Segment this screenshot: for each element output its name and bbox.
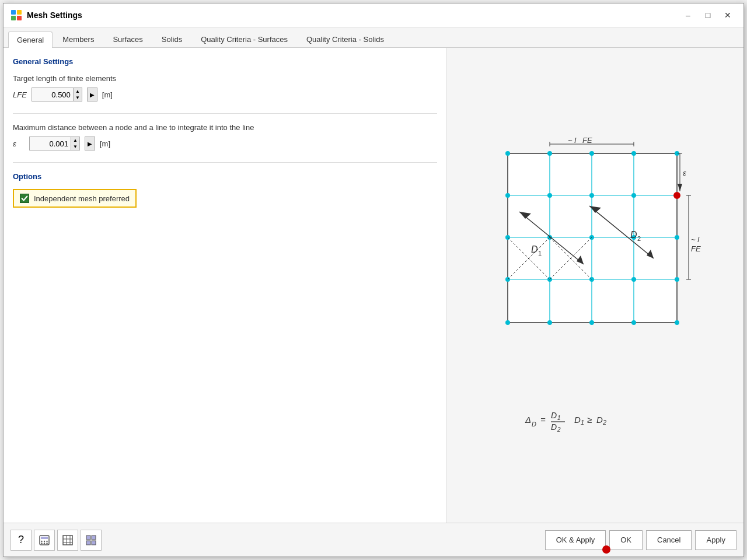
svg-point-33	[589, 320, 594, 325]
tab-qc-surfaces[interactable]: Quality Criteria - Surfaces	[192, 31, 296, 47]
lfe-description: Target length of finite elements	[13, 74, 437, 83]
lfe-arrow-btn[interactable]: ▶	[87, 88, 97, 102]
lfe-value-input[interactable]	[32, 90, 73, 99]
checkmark-icon	[21, 195, 28, 202]
tab-general[interactable]: General	[8, 32, 53, 48]
bottom-actions: OK & Apply OK Cancel Apply	[545, 530, 736, 550]
close-button[interactable]: ✕	[719, 8, 736, 22]
minimize-button[interactable]: –	[679, 8, 697, 22]
mesh-settings-dialog: Mesh Settings – □ ✕ General Members Surf…	[3, 3, 744, 557]
right-panel: D 1 D 2 ~ l FE ~ l FE	[447, 48, 743, 523]
mesh-tool-icon	[62, 534, 74, 546]
mesh-diagram-svg: D 1 D 2 ~ l FE ~ l FE	[473, 136, 718, 393]
calculator-icon	[39, 534, 50, 546]
diagram-formula: Δ D = D 1 D 2 D 1 ≥ D 2	[519, 404, 671, 435]
svg-point-17	[547, 193, 552, 198]
svg-rect-1	[17, 10, 22, 15]
svg-rect-2	[11, 16, 16, 20]
lfe-spin-input: ▲ ▼	[32, 88, 82, 102]
svg-point-30	[675, 277, 679, 282]
svg-point-11	[505, 151, 510, 156]
calculator-button[interactable]	[34, 530, 55, 551]
ok-apply-button[interactable]: OK & Apply	[545, 530, 606, 550]
svg-point-80	[41, 540, 42, 541]
svg-point-14	[631, 151, 636, 156]
eps-arrow-btn[interactable]: ▶	[85, 136, 95, 150]
svg-point-19	[631, 193, 636, 198]
help-button[interactable]: ?	[11, 530, 32, 551]
lfe-spin-up[interactable]: ▲	[74, 88, 82, 94]
svg-point-13	[589, 151, 594, 156]
svg-text:=: =	[540, 415, 546, 425]
eps-spin-buttons: ▲ ▼	[71, 137, 79, 150]
svg-text:2: 2	[602, 419, 606, 426]
svg-rect-79	[41, 537, 48, 539]
diagram-container: D 1 D 2 ~ l FE ~ l FE	[473, 136, 718, 435]
tab-members[interactable]: Members	[54, 31, 103, 47]
app-icon	[11, 9, 22, 21]
tab-qc-solids[interactable]: Quality Criteria - Solids	[298, 31, 393, 47]
formula-svg: Δ D = D 1 D 2 D 1 ≥ D 2	[519, 404, 671, 433]
svg-point-84	[44, 542, 45, 544]
svg-text:~ l: ~ l	[568, 136, 577, 145]
svg-text:Δ: Δ	[525, 415, 531, 425]
svg-text:D: D	[574, 415, 581, 425]
settings-tool-button[interactable]	[81, 530, 102, 551]
svg-point-32	[547, 320, 552, 325]
lfe-spin-down[interactable]: ▼	[74, 94, 82, 101]
main-content: General Settings Target length of finite…	[4, 48, 743, 523]
independent-mesh-checkbox[interactable]	[20, 194, 29, 203]
svg-text:2: 2	[637, 235, 641, 242]
eps-spin-up[interactable]: ▲	[71, 137, 79, 144]
eps-row: ε ▲ ▼ ▶ [m]	[13, 136, 437, 150]
mesh-tool-button[interactable]	[57, 530, 78, 551]
eps-description: Maximum distance between a node and a li…	[13, 123, 437, 132]
svg-text:FE: FE	[691, 244, 701, 253]
svg-rect-91	[86, 536, 90, 540]
svg-point-16	[505, 193, 510, 198]
lfe-unit: [m]	[102, 90, 113, 99]
svg-rect-92	[92, 536, 96, 540]
svg-marker-63	[678, 184, 682, 191]
svg-text:2: 2	[557, 426, 561, 433]
ok-button[interactable]: OK	[609, 530, 643, 550]
svg-text:1: 1	[538, 250, 542, 257]
svg-rect-94	[92, 541, 96, 545]
svg-text:1: 1	[581, 419, 584, 426]
svg-point-85	[46, 542, 47, 544]
eps-value-input[interactable]	[30, 139, 71, 148]
eps-field-group: Maximum distance between a node and a li…	[13, 123, 437, 150]
eps-prefix: ε	[13, 139, 25, 148]
settings-tool-icon	[85, 534, 97, 546]
svg-text:D: D	[596, 415, 603, 425]
lfe-spin-buttons: ▲ ▼	[73, 88, 82, 101]
svg-text:D: D	[551, 411, 557, 420]
svg-text:1: 1	[557, 415, 561, 421]
lfe-field-group: Target length of finite elements LFE ▲ ▼…	[13, 74, 437, 102]
independent-mesh-checkbox-row[interactable]: Independent mesh preferred	[13, 189, 137, 208]
window-title: Mesh Settings	[27, 10, 82, 20]
svg-text:D: D	[551, 422, 557, 432]
svg-text:ε: ε	[683, 169, 686, 177]
svg-text:D: D	[532, 421, 536, 428]
eps-spin-down[interactable]: ▼	[71, 144, 79, 150]
tab-surfaces[interactable]: Surfaces	[104, 31, 151, 47]
svg-text:D: D	[630, 230, 637, 240]
options-title: Options	[13, 172, 437, 181]
svg-point-31	[505, 320, 510, 325]
maximize-button[interactable]: □	[699, 8, 717, 22]
svg-point-81	[44, 540, 45, 541]
tab-solids[interactable]: Solids	[153, 31, 191, 47]
svg-point-18	[589, 193, 594, 198]
cancel-button[interactable]: Cancel	[646, 530, 692, 550]
svg-text:D: D	[531, 244, 538, 254]
bottom-icons: ?	[11, 530, 102, 551]
title-controls: – □ ✕	[679, 8, 736, 22]
separator-2	[13, 162, 437, 163]
svg-rect-93	[86, 541, 90, 545]
apply-button[interactable]: Apply	[695, 530, 736, 550]
general-settings-title: General Settings	[13, 57, 437, 66]
svg-rect-86	[63, 536, 72, 545]
ok-apply-wrap: OK & Apply	[545, 530, 606, 550]
ok-apply-indicator	[602, 545, 610, 554]
